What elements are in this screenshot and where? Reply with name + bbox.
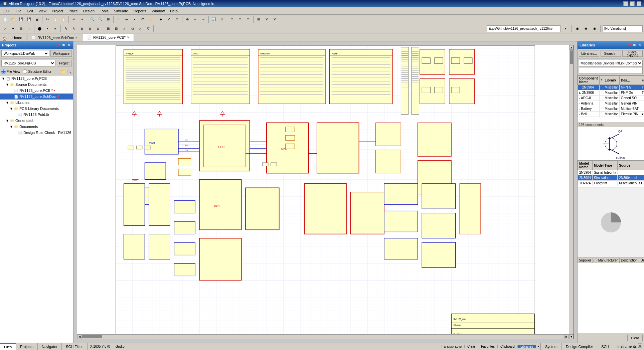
bottom-tab-files[interactable]: Files (0, 343, 16, 350)
toolbar-more3[interactable]: ≡ (245, 16, 252, 23)
toolbar-save[interactable]: 💾 (17, 16, 25, 23)
toolbar-zoom-fit[interactable]: ⊞ (105, 16, 112, 23)
tree-item-pcblib[interactable]: 📄 RV1126.PcbLib (0, 112, 73, 118)
menu-help[interactable]: Help (167, 8, 180, 14)
minimize-button[interactable]: _ (623, 1, 628, 6)
clear-status-btn[interactable]: Clear (464, 345, 478, 348)
libraries-button[interactable]: Libraries... (579, 50, 599, 57)
toolbar-print[interactable]: 🖨 (33, 16, 41, 23)
maximize-button[interactable]: □ (630, 1, 635, 6)
comp-row-antenna[interactable]: ▪ Antenna Miscellar Generi PIN (578, 101, 644, 106)
workspace-dropdown[interactable]: Workspace1.DsnWrk (1, 50, 49, 57)
search-button[interactable]: Search... (601, 50, 621, 57)
model-row-sim[interactable]: 2N3904 Simulation 2N3904.mdl (578, 175, 644, 181)
favorites-tab[interactable]: Favorites (478, 345, 497, 348)
structure-editor-radio[interactable]: Structure Editor (23, 69, 51, 74)
file-view-radio[interactable]: File View (1, 69, 20, 74)
toolbar-cross-probe[interactable]: ⊕ (184, 16, 191, 23)
toolbar2-btn11[interactable]: ⊖ (86, 25, 94, 32)
toolbar2-btn13[interactable]: ⊞ (105, 25, 112, 32)
project-dropdown[interactable]: RV1126_core.PrjPCB (1, 60, 55, 66)
tab-pcb[interactable]: 📄 RV1126_core.PCB* ✕ (83, 34, 134, 41)
comp-row-bell[interactable]: ▪ Bell Miscellar Electric PIN ▾ (578, 112, 644, 117)
toolbar-power[interactable]: ⚡ (147, 16, 154, 23)
toolbar-paste[interactable]: 📋 (60, 16, 67, 23)
toolbar2-btn4[interactable]: ↕ (25, 25, 33, 32)
toolbar-copy[interactable]: 📋 (52, 16, 59, 23)
toolbar-more2[interactable]: ≡ (236, 16, 244, 23)
menu-simulate[interactable]: Simulate (111, 8, 131, 14)
comp-row-2n3904[interactable]: ▷ 2N3904 Miscellar NPN G TO- (578, 85, 644, 90)
tree-expand-source[interactable]: ▼ (5, 82, 9, 86)
hscroll-thumb[interactable] (82, 335, 102, 338)
tree-item-documents[interactable]: ▼ 📁 Documents (0, 124, 73, 130)
variations-input[interactable] (603, 25, 643, 32)
tab-schdoc-close[interactable]: ✕ (75, 36, 78, 39)
toolbar2-btn20[interactable]: ◉ (582, 25, 590, 32)
tree-expand-generated[interactable]: ▼ (5, 119, 9, 123)
model-row-si[interactable]: 2N3904 Signal Integrity (578, 170, 644, 175)
tree-item-pcb[interactable]: 📄 RV1126_core.PCB * ● (0, 88, 73, 94)
tree-item-project[interactable]: ▼ 📋 RV1126_core.PrjPCB (0, 75, 73, 81)
toolbar2-btn7[interactable]: ≡ (52, 25, 59, 32)
library-dropdown[interactable]: Miscellaneous Devices.IntLib [Compor (579, 60, 643, 66)
tree-item-generated[interactable]: ▼ 📁 Generated (0, 118, 73, 124)
tree-expand-project[interactable]: ▼ (1, 76, 5, 80)
toolbar-verify[interactable]: ✓ (165, 16, 173, 23)
toolbar2-btn3[interactable]: ⊞ (17, 25, 25, 32)
model-row-fp[interactable]: TO-92A Footprint Miscellaneous D (578, 181, 644, 186)
toolbar-junction[interactable]: • (131, 16, 138, 23)
toolbar2-btn21[interactable]: ◉ (591, 25, 598, 32)
toolbar2-btn12[interactable]: ⊗ (94, 25, 102, 32)
lib-panel-pin-btn[interactable]: 📌 (627, 43, 631, 47)
toolbar2-btn14[interactable]: ⊟ (113, 25, 120, 32)
lib-panel-close-btn[interactable]: ✕ (637, 43, 642, 47)
menu-file[interactable]: File (13, 8, 24, 14)
place-button[interactable]: Place 2N3904 (622, 50, 643, 57)
lib-panel-float-btn[interactable]: ⧉ (632, 43, 637, 47)
comp-row-adc8[interactable]: ▪ ADC-8 Miscellar Generi SO' (578, 96, 644, 101)
tree-item-drc[interactable]: 📄 Design Rule Check - RV1126 (0, 130, 73, 136)
tree-item-pcb-lib-docs[interactable]: ▼ 📁 PCB Library Documents (0, 106, 73, 112)
tree-item-source-docs[interactable]: ▼ 📁 Source Documents (0, 81, 73, 88)
toolbar2-btn10[interactable]: ⊕ (78, 25, 86, 32)
toolbar-update-pcb[interactable]: 🔄 (210, 16, 217, 23)
toolbar2-btn17[interactable]: △ (137, 25, 144, 32)
structure-editor-input[interactable] (23, 69, 27, 74)
tree-item-schdoc[interactable]: 📄 RV1126_core.SchDoc 📌 (0, 94, 73, 100)
panel-close-btn[interactable]: ✕ (66, 43, 71, 47)
toolbar2-btn19[interactable]: ◉ (574, 25, 581, 32)
toolbar-undo[interactable]: ↩ (70, 16, 77, 23)
tab-schdoc[interactable]: 📄 RV1126_core.SchDoc ✕ (27, 34, 82, 41)
supplier-edit-icon[interactable] (637, 343, 643, 349)
toolbar-bus[interactable]: ═ (123, 16, 130, 23)
toolbar2-btn15[interactable]: ▷ (121, 25, 128, 32)
toolbar-open[interactable]: 📂 (9, 16, 17, 23)
tree-item-libraries[interactable]: ▼ 📁 Libraries (0, 100, 73, 106)
panel-float-btn[interactable]: ⧉ (61, 43, 66, 47)
tree-expand-pcb-lib[interactable]: ▼ (9, 107, 13, 111)
file-view-input[interactable] (1, 69, 6, 74)
toolbar2-btn9[interactable]: ↳ (70, 25, 77, 32)
system-tab[interactable]: System (541, 343, 562, 350)
toolbar2-btn6[interactable]: ▪ (44, 25, 51, 32)
toolbar-save-all[interactable]: 💾 (25, 16, 33, 23)
toolbar2-btn18[interactable]: ▽ (145, 25, 152, 32)
library-search-input[interactable] (579, 67, 643, 74)
close-button[interactable]: × (637, 1, 641, 6)
hscroll-right[interactable]: ▶ (564, 335, 569, 339)
toolbar2-go[interactable]: ▸ (562, 25, 569, 32)
clipboard-tab[interactable]: Clipboard (497, 345, 517, 348)
toolbar2-btn5[interactable]: ⬤ (36, 25, 43, 32)
toolbar-more6[interactable]: ✕ (271, 16, 278, 23)
toolbar2-btn16[interactable]: ◁ (129, 25, 136, 32)
view-icon-2[interactable]: 🔍 (67, 69, 72, 74)
menu-dxp[interactable]: DXP (0, 8, 13, 14)
toolbar-drc[interactable]: ⚠ (218, 16, 225, 23)
menu-window[interactable]: Window (149, 8, 167, 14)
menu-reports[interactable]: Reports (131, 8, 149, 14)
view-icon-1[interactable]: 📁 (61, 69, 66, 74)
hscroll-left[interactable]: ◀ (77, 335, 82, 339)
toolbar-more5[interactable]: ✕ (263, 16, 270, 23)
clear-button[interactable]: Clear (627, 335, 643, 341)
